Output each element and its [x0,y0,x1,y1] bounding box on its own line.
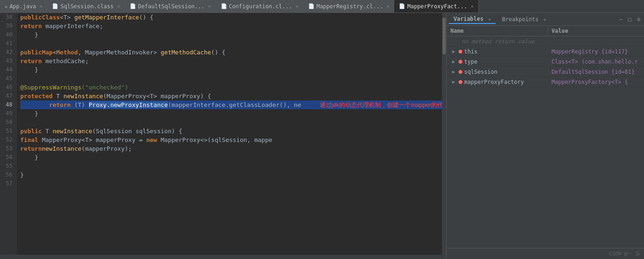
var-name-this: ▶this [447,47,548,56]
tab-close-button[interactable]: ✕ [117,4,120,9]
tab-file-icon: 📄 [308,3,315,9]
no-return-label: no method return value [461,38,535,45]
var-value-this: MapperRegistry {id=117} [548,47,644,56]
right-tab-close[interactable]: ✕ [488,17,491,22]
code-line-45 [20,74,442,83]
var-name-no-return: no method return value [447,37,548,46]
tab-configuration[interactable]: 📄 Configuration.cl... ✕ [216,0,304,12]
tab-close-button[interactable]: ✕ [386,4,389,9]
var-value-sqlSession: DefaultSqlSession {id=81} [548,68,644,76]
var-name-type: ▶type [447,58,548,66]
line-number-52: 52 [4,135,12,144]
tab-label: App.java [10,3,36,10]
code-text: return (T) Proxy.newProxyInstance(mapper… [20,100,301,109]
line-number-56: 56 [4,171,12,179]
expand-arrow-mapperProxyFactory[interactable]: ▶ [450,79,457,85]
panel-bottom: CSDN @一 乐 [447,248,644,259]
line-number-54: 54 [4,153,12,162]
tab-label: Configuration.cl... [229,3,292,10]
right-panel-controls: — □ ⚙ [617,15,642,24]
tab-label: DefaultSqlSession... [138,3,205,10]
code-line-48: return (T) Proxy.newProxyInstance(mapper… [20,100,442,109]
right-panel: Variables ✕Breakpoints ✕ — □ ⚙ Name Valu… [446,13,644,259]
tab-close-button[interactable]: ✕ [471,4,474,9]
variables-table: Name Value no method return value▶thisMa… [447,26,644,248]
expand-arrow-type[interactable]: ▶ [450,59,457,65]
right-tab-close[interactable]: ✕ [543,17,546,22]
horizontal-scrollbar[interactable] [0,255,446,259]
var-name-label-sqlSession: sqlSession [464,69,497,75]
maximize-button[interactable]: □ [627,15,633,24]
line-number-43: 43 [4,57,12,65]
tab-close-button[interactable]: ✕ [40,4,42,9]
code-line-44: } [20,65,442,74]
line-number-57: 57 [4,179,12,188]
code-line-46: @SuppressWarnings("unchecked") [20,83,442,92]
line-number-51: 51 [4,127,12,135]
selected-code: Proxy.newProxyInstance [89,101,168,108]
var-name-sqlSession: ▶sqlSession [447,68,548,76]
tab-mapperregistry[interactable]: 📄 MapperRegistry.cl... ✕ [304,0,395,12]
code-line-54: } [20,153,442,162]
code-line-41 [20,39,442,48]
watermark: CSDN @一 乐 [609,250,640,257]
code-line-53: return newInstance(mapperProxy); [20,144,442,153]
var-value-mapperProxyFactory: MapperProxyFactory<T> { [548,78,644,86]
tab-close-button[interactable]: ✕ [296,4,299,9]
main-area: 3839404142434445464748495051525354555657… [0,13,644,259]
line-number-38: 38 [4,13,12,22]
code-line-56: } [20,171,442,179]
tab-close-button[interactable]: ✕ [208,4,211,9]
code-line-55 [20,162,442,171]
var-name-mapperProxyFactory: ▶mapperProxyFactory [447,78,548,86]
right-tab-variables[interactable]: Variables ✕ [448,14,496,24]
line-number-53: 53 [4,144,12,153]
line-number-40: 40 [4,30,12,39]
line-number-45: 45 [4,74,12,83]
code-line-38: public Class<T> getMapperInterface() { [20,13,442,22]
minimize-button[interactable]: — [617,15,624,24]
tab-file-icon: 📄 [52,3,58,9]
line-number-44: 44 [4,65,12,74]
variables-header: Name Value [447,26,644,36]
scrollbar-thumb[interactable] [443,18,446,54]
code-line-43: return methodCache; [20,57,442,65]
line-number-48: 48 [4,100,12,109]
tab-label: SqlSession.class [60,3,114,10]
tab-label: MapperProxyFact... [407,3,467,10]
settings-button[interactable]: ⚙ [635,15,642,24]
code-line-50 [20,118,442,127]
tab-bar: ☕ App.java ✕📄 SqlSession.class ✕📄 Defaul… [0,0,644,13]
var-row-type[interactable]: ▶typeClass<T> (com.shan.hello.r [447,57,644,67]
var-row-no-return[interactable]: no method return value [447,36,644,47]
tab-sqlsession-class[interactable]: 📄 SqlSession.class ✕ [47,0,125,12]
var-row-this[interactable]: ▶thisMapperRegistry {id=117} [447,47,644,57]
right-tab-breakpoints[interactable]: Breakpoints ✕ [497,15,551,24]
editor-scrollbar-area: 3839404142434445464748495051525354555657… [0,13,446,255]
right-tabs: Variables ✕Breakpoints ✕ — □ ⚙ [447,13,644,26]
code-container: 3839404142434445464748495051525354555657… [0,13,442,255]
var-row-sqlSession[interactable]: ▶sqlSessionDefaultSqlSession {id=81} [447,67,644,77]
expand-arrow-this[interactable]: ▶ [450,48,457,55]
line-number-46: 46 [4,83,12,92]
editor-area: 3839404142434445464748495051525354555657… [0,13,446,259]
var-dot-red-sqlSession [459,70,462,74]
vertical-scrollbar[interactable] [442,13,446,255]
var-dot-red-type [459,60,462,64]
var-row-mapperProxyFactory[interactable]: ▶mapperProxyFactoryMapperProxyFactory<T>… [447,77,644,87]
code-line-57 [20,179,442,188]
line-number-41: 41 [4,39,12,48]
code-line-51: public T newInstance(SqlSession sqlSessi… [20,127,442,135]
tab-app-java[interactable]: ☕ App.java ✕ [0,0,47,12]
tab-file-icon: 📄 [130,3,136,9]
chinese-comment: 通过jdk的动态代理机制，创建一个mapper的代理对象 [320,100,442,109]
code-line-40: } [20,30,442,39]
tab-file-icon: 📄 [221,3,227,9]
tab-mapperproxyfact[interactable]: 📄 MapperProxyFact... ✕ [394,0,478,12]
expand-arrow-sqlSession[interactable]: ▶ [450,69,457,75]
code-line-52: final MapperProxy<T> mapperProxy = new M… [20,135,442,144]
code-content[interactable]: public Class<T> getMapperInterface() { r… [17,13,442,255]
var-name-label-this: this [464,48,477,55]
tab-defaultsqlsession[interactable]: 📄 DefaultSqlSession... ✕ [125,0,216,12]
right-tab-label: Breakpoints [502,16,538,23]
